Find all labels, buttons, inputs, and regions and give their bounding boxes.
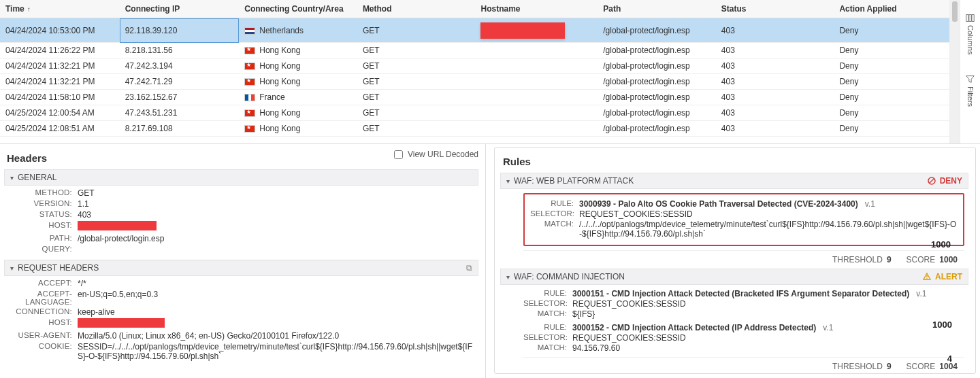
- k-version: VERSION:: [7, 199, 72, 209]
- k-path: PATH:: [7, 234, 72, 243]
- v-match: 94.156.79.60: [572, 343, 964, 353]
- k-match: MATCH:: [523, 309, 567, 319]
- view-url-decoded-label: View URL Decoded: [408, 150, 478, 159]
- rule-version: v.1: [823, 323, 833, 332]
- cell-action: Deny: [834, 58, 949, 74]
- rule-section-label: WAF: COMMAND INJECTION: [514, 272, 625, 281]
- v-selector: REQUEST_COOKIES:SESSID: [572, 333, 964, 343]
- cell-host: [475, 18, 598, 43]
- k-status: STATUS:: [7, 210, 72, 220]
- k-ua: USER-AGENT:: [7, 331, 72, 341]
- cell-time: 04/25/2024 12:08:51 AM: [0, 121, 120, 137]
- side-tabs: Columns Filters: [960, 0, 980, 143]
- cell-action: Deny: [834, 121, 949, 137]
- k-method: METHOD:: [7, 188, 72, 198]
- cell-action: Deny: [834, 74, 949, 90]
- table-row[interactable]: 04/24/2024 11:58:10 PM23.162.152.67Franc…: [0, 90, 949, 105]
- cell-path: /global-protect/login.esp: [598, 58, 716, 74]
- col-method[interactable]: Method: [357, 0, 476, 18]
- rule-section-badge: DENY: [928, 176, 962, 186]
- k-host: HOST:: [7, 221, 72, 233]
- k-rule: RULE:: [530, 199, 574, 209]
- v-version: 1.1: [78, 199, 476, 209]
- col-country[interactable]: Connecting Country/Area: [239, 0, 357, 18]
- columns-tab[interactable]: Columns: [966, 14, 975, 54]
- cell-status: 403: [716, 74, 834, 90]
- rule-section-bar[interactable]: ▾WAF: WEB PLATFORM ATTACKDENY: [500, 173, 968, 189]
- view-url-decoded[interactable]: View URL Decoded: [394, 150, 478, 159]
- cell-country: Hong Kong: [239, 74, 357, 90]
- cell-path: /global-protect/login.esp: [598, 90, 716, 105]
- v-accept: */*: [78, 279, 476, 288]
- table-row[interactable]: 04/25/2024 12:00:54 AM47.243.51.231Hong …: [0, 105, 949, 121]
- cell-host: [475, 74, 598, 90]
- cell-time: 04/25/2024 12:00:54 AM: [0, 105, 120, 121]
- flag-icon: [244, 27, 255, 35]
- section-general[interactable]: ▾ GENERAL: [4, 169, 478, 186]
- view-url-decoded-checkbox[interactable]: [394, 150, 403, 159]
- cell-time: 04/24/2024 11:32:21 PM: [0, 74, 120, 90]
- log-grid: Time↑ Connecting IP Connecting Country/A…: [0, 0, 950, 143]
- col-host[interactable]: Hostname: [475, 0, 598, 18]
- k-match: MATCH:: [523, 343, 567, 353]
- cell-status: 403: [716, 90, 834, 105]
- filters-tab[interactable]: Filters: [966, 75, 975, 107]
- col-status[interactable]: Status: [716, 0, 834, 18]
- cell-method: GET: [357, 58, 476, 74]
- table-row[interactable]: 04/24/2024 11:26:22 PM8.218.131.56Hong K…: [0, 43, 949, 58]
- svg-rect-2: [972, 15, 974, 22]
- cell-method: GET: [357, 121, 476, 137]
- cell-host: [475, 58, 598, 74]
- flag-icon: [244, 47, 255, 54]
- v-selector: REQUEST_COOKIES:SESSID: [572, 299, 964, 309]
- chevron-down-icon: ▾: [10, 264, 14, 272]
- grid-header-row: Time↑ Connecting IP Connecting Country/A…: [0, 0, 949, 18]
- scrollbar-thumb[interactable]: [952, 1, 958, 22]
- rule-score: 4: [947, 354, 952, 364]
- v-rule: 3000939 - Palo Alto OS Cookie Path Trave…: [579, 199, 958, 209]
- flag-icon: [244, 94, 255, 101]
- section-request-headers[interactable]: ▾ REQUEST HEADERS ⧉: [4, 260, 478, 276]
- rule-section-bar[interactable]: ▾WAF: COMMAND INJECTIONALERT: [500, 269, 968, 285]
- cell-host: [475, 105, 598, 121]
- cell-status: 403: [716, 121, 834, 137]
- k-query: QUERY:: [7, 245, 72, 253]
- filters-tab-label: Filters: [966, 86, 975, 107]
- v-rule: 3000151 - CMD Injection Attack Detected …: [572, 289, 964, 298]
- k-cookie: COOKIE:: [7, 342, 72, 361]
- copy-icon[interactable]: ⧉: [466, 263, 472, 273]
- col-ip[interactable]: Connecting IP: [120, 0, 240, 18]
- redacted-box: [78, 318, 165, 328]
- cell-path: /global-protect/login.esp: [598, 18, 716, 43]
- chevron-down-icon: ▾: [506, 177, 510, 185]
- k-selector: SELECTOR:: [523, 299, 567, 309]
- table-row[interactable]: 04/24/2024 10:53:00 PM92.118.39.120Nethe…: [0, 18, 949, 43]
- v-lang: en-US;q=0.5,en;q=0.3: [78, 290, 476, 306]
- v-rule: 3000152 - CMD Injection Attack Detected …: [572, 323, 964, 332]
- cell-method: GET: [357, 90, 476, 105]
- chevron-down-icon: ▾: [506, 273, 510, 281]
- cell-country: Hong Kong: [239, 43, 357, 58]
- svg-line-4: [929, 179, 934, 184]
- cell-time: 04/24/2024 10:53:00 PM: [0, 18, 120, 43]
- col-action[interactable]: Action Applied: [834, 0, 949, 18]
- col-time[interactable]: Time↑: [0, 0, 120, 18]
- k-accept: ACCEPT:: [7, 279, 72, 288]
- svg-point-6: [926, 278, 927, 279]
- threshold-value: 9: [887, 362, 892, 371]
- table-row[interactable]: 04/24/2024 11:32:21 PM47.242.71.29Hong K…: [0, 74, 949, 90]
- cell-ip: 47.242.3.194: [120, 58, 240, 74]
- table-row[interactable]: 04/24/2024 11:32:21 PM47.242.3.194Hong K…: [0, 58, 949, 74]
- table-row[interactable]: 04/25/2024 12:08:51 AM8.217.69.108Hong K…: [0, 121, 949, 137]
- section-general-label: GENERAL: [18, 173, 56, 182]
- k-rule: RULE:: [523, 289, 567, 298]
- threshold-label: THRESHOLD: [832, 362, 883, 371]
- k-selector: SELECTOR:: [530, 209, 574, 219]
- cell-country: Hong Kong: [239, 121, 357, 137]
- col-path[interactable]: Path: [598, 0, 716, 18]
- k-match: MATCH:: [530, 220, 574, 239]
- v-status: 403: [78, 210, 476, 220]
- vertical-scrollbar[interactable]: [950, 0, 960, 143]
- v-query: [78, 245, 476, 253]
- v-host-redacted: [78, 221, 476, 233]
